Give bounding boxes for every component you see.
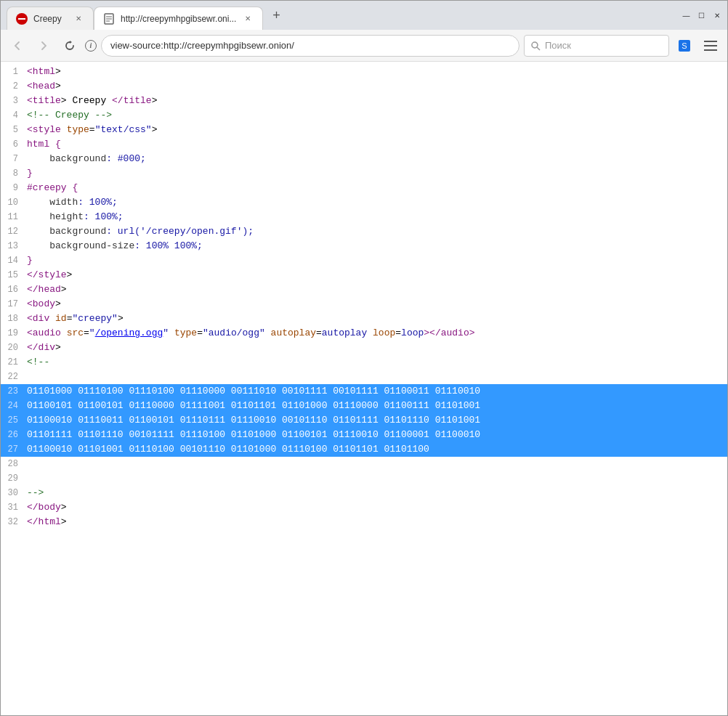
line-number: 14 (1, 253, 27, 268)
title-bar: Creepy ✕ http://creepymhpgibsewr.oni... … (1, 1, 727, 30)
search-icon (530, 41, 541, 51)
line-number: 27 (1, 442, 27, 457)
line-number: 23 (1, 384, 27, 399)
back-icon (12, 40, 23, 52)
minimize-button[interactable]: — (682, 11, 691, 20)
line-content: <audio src="/opening.ogg" type="audio/og… (27, 326, 727, 341)
line-content: background: url('/creepy/open.gif'); (27, 224, 727, 239)
search-bar[interactable]: Поиск (524, 35, 669, 57)
source-line-14: 14} (1, 253, 727, 268)
line-content: #creepy { (27, 181, 727, 195)
tab-creepy[interactable]: Creepy ✕ (7, 7, 94, 30)
line-number: 25 (1, 413, 27, 428)
hamburger-icon (704, 41, 717, 51)
line-number: 22 (1, 370, 27, 384)
source-line-22: 22 (1, 370, 727, 384)
line-number: 15 (1, 268, 27, 282)
line-number: 19 (1, 326, 27, 341)
nav-bar: i view-source:http://creepymhpgibsewr.on… (1, 30, 727, 62)
line-number: 32 (1, 515, 27, 529)
source-line-32: 32</html> (1, 515, 727, 529)
source-line-3: 3<title> Creepy </title> (1, 94, 727, 108)
source-line-29: 29 (1, 471, 727, 486)
line-number: 5 (1, 123, 27, 137)
source-line-21: 21<!-- (1, 355, 727, 370)
source-line-1: 1<html> (1, 65, 727, 79)
refresh-icon (64, 40, 76, 52)
source-line-6: 6html { (1, 137, 727, 152)
line-content: width: 100%; (27, 195, 727, 210)
page-favicon (103, 13, 115, 25)
line-content: <title> Creepy </title> (27, 94, 727, 108)
source-line-9: 9#creepy { (1, 181, 727, 195)
line-number: 21 (1, 355, 27, 370)
line-content: 01101111 01101110 00101111 01110100 0110… (27, 428, 727, 442)
line-number: 29 (1, 471, 27, 486)
line-content: <head> (27, 79, 727, 94)
line-number: 31 (1, 500, 27, 515)
maximize-button[interactable]: ☐ (697, 11, 706, 20)
svg-point-4 (532, 42, 538, 48)
line-content: 01100010 01101001 01110100 00101110 0110… (27, 442, 727, 457)
line-content: <div id="creepy"> (27, 312, 727, 326)
line-content: background-size: 100% 100%; (27, 239, 727, 253)
source-view: 1<html>2<head>3<title> Creepy </title>4<… (1, 62, 727, 715)
close-button[interactable]: ✕ (712, 11, 721, 20)
line-number: 17 (1, 297, 27, 312)
line-number: 6 (1, 137, 27, 152)
address-bar[interactable]: view-source:http://creepymhpgibsewr.onio… (101, 35, 519, 57)
line-content: 01101000 01110100 01110100 01110000 0011… (27, 384, 727, 399)
info-button[interactable]: i (85, 40, 97, 52)
tab-source-label: http://creepymhpgibsewr.oni... (121, 14, 236, 24)
new-tab-button[interactable]: + (266, 5, 286, 25)
no-script-icon (16, 13, 28, 25)
line-number: 10 (1, 195, 27, 210)
source-line-15: 15</style> (1, 268, 727, 282)
line-content: </head> (27, 282, 727, 297)
line-number: 3 (1, 94, 27, 108)
profile-button[interactable]: S (674, 35, 695, 57)
source-line-25: 2501100010 01110011 01100101 01110111 01… (1, 413, 727, 428)
source-line-26: 2601101111 01101110 00101111 01110100 01… (1, 428, 727, 442)
refresh-button[interactable] (59, 35, 81, 57)
tab-group: Creepy ✕ http://creepymhpgibsewr.oni... … (7, 1, 263, 30)
line-content: </style> (27, 268, 727, 282)
line-number: 1 (1, 65, 27, 79)
line-number: 13 (1, 239, 27, 253)
line-number: 24 (1, 399, 27, 413)
source-line-13: 13 background-size: 100% 100%; (1, 239, 727, 253)
source-line-20: 20</div> (1, 341, 727, 355)
source-line-4: 4<!-- Creepy --> (1, 108, 727, 123)
menu-button[interactable] (700, 35, 721, 57)
source-line-5: 5<style type="text/css"> (1, 123, 727, 137)
source-line-11: 11 height: 100%; (1, 210, 727, 224)
line-number: 2 (1, 79, 27, 94)
line-number: 4 (1, 108, 27, 123)
source-line-28: 28 (1, 457, 727, 471)
line-content: } (27, 166, 727, 181)
tab-source-close[interactable]: ✕ (242, 13, 254, 25)
source-line-16: 16</head> (1, 282, 727, 297)
line-content: 01100010 01110011 01100101 01110111 0111… (27, 413, 727, 428)
line-content: <html> (27, 65, 727, 79)
back-button[interactable] (7, 35, 28, 57)
tab-source[interactable]: http://creepymhpgibsewr.oni... ✕ (94, 7, 263, 30)
line-number: 30 (1, 486, 27, 500)
line-content: } (27, 253, 727, 268)
line-number: 9 (1, 181, 27, 195)
line-number: 7 (1, 152, 27, 166)
source-line-27: 2701100010 01101001 01110100 00101110 01… (1, 442, 727, 457)
line-content: </html> (27, 515, 727, 529)
line-content: html { (27, 137, 727, 152)
stop-favicon (16, 13, 28, 25)
line-content: <style type="text/css"> (27, 123, 727, 137)
svg-line-5 (537, 47, 540, 50)
tab-creepy-label: Creepy (33, 14, 67, 24)
tab-creepy-close[interactable]: ✕ (73, 13, 84, 25)
source-line-31: 31</body> (1, 500, 727, 515)
source-line-24: 2401100101 01100101 01110000 01111001 01… (1, 399, 727, 413)
forward-button[interactable] (33, 35, 54, 57)
source-line-18: 18<div id="creepy"> (1, 312, 727, 326)
line-number: 11 (1, 210, 27, 224)
line-number: 12 (1, 224, 27, 239)
